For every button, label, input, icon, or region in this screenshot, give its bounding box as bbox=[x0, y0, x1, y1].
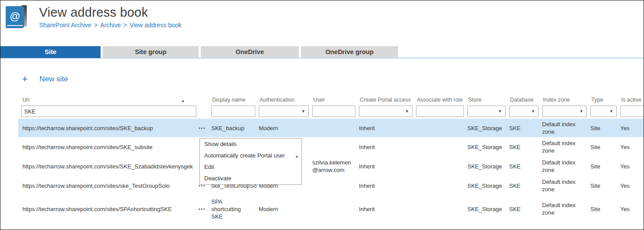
authentication-cell: Modern bbox=[259, 195, 312, 223]
menu-item-edit[interactable]: Edit bbox=[200, 161, 301, 173]
filter-database-dropdown[interactable]: ▼ bbox=[509, 106, 539, 117]
column-header-database[interactable]: Database bbox=[509, 94, 542, 105]
column-header-user[interactable]: User bbox=[312, 94, 359, 105]
dropdown-arrow-icon: ▼ bbox=[498, 109, 502, 113]
new-site-label: New site bbox=[40, 75, 68, 84]
filter-authentication-dropdown[interactable]: ▼ bbox=[259, 106, 309, 117]
menu-item-label: Automatically create Portal user bbox=[204, 152, 285, 159]
filter-url-input[interactable] bbox=[21, 106, 196, 117]
index-zone-cell: Default index zone bbox=[542, 195, 590, 223]
column-header-url[interactable]: Url▲ bbox=[18, 94, 198, 105]
filter-index-zone-dropdown[interactable]: ▼ bbox=[542, 106, 587, 117]
create-portal-access-cell: Inherit bbox=[359, 137, 416, 157]
type-cell: Site bbox=[590, 157, 620, 176]
column-header-type[interactable]: Type bbox=[590, 94, 620, 105]
menu-item-show-details[interactable]: Show details bbox=[200, 139, 301, 150]
column-header-index-zone[interactable]: Index zone bbox=[542, 94, 590, 105]
index-zone-cell: Default index zone bbox=[542, 176, 590, 195]
url-cell: https://techarrow.sharepoint.com/sites/S… bbox=[18, 137, 198, 157]
column-header-actions bbox=[198, 94, 211, 105]
column-header-row: Url▲ Display name Authentication User Cr… bbox=[18, 94, 644, 105]
filter-is-active-input[interactable] bbox=[620, 106, 644, 117]
tab-bar: Site Site group OneDrive OneDrive group bbox=[0, 46, 644, 58]
filter-associate-with-role-input[interactable] bbox=[416, 106, 464, 117]
associate-with-role-cell bbox=[416, 195, 467, 223]
user-cell: szilvia.kelemen@arrow.com bbox=[312, 157, 359, 176]
table-row-ske-subsite[interactable]: https://techarrow.sharepoint.com/sites/S… bbox=[18, 137, 644, 157]
store-cell: SKE_Storage bbox=[467, 157, 509, 176]
database-cell: SKE bbox=[509, 195, 542, 223]
new-site-button[interactable]: + New site bbox=[22, 75, 92, 84]
filter-user-input[interactable] bbox=[312, 106, 355, 117]
breadcrumb-link-view-address-book[interactable]: View address book bbox=[130, 22, 181, 29]
breadcrumb-link-sharepoint-archive[interactable]: SharePoint Archive bbox=[39, 22, 91, 29]
row-actions-button[interactable] bbox=[198, 147, 199, 149]
store-cell: SKE_Storage bbox=[467, 119, 509, 137]
type-cell: Site bbox=[590, 119, 620, 137]
is-active-cell: Yes bbox=[620, 119, 644, 137]
user-cell bbox=[312, 119, 359, 137]
filter-create-portal-access-dropdown[interactable]: ▼ bbox=[359, 106, 412, 117]
table-row-ske-backup[interactable]: https://techarrow.sharepoint.com/sites/S… bbox=[18, 119, 644, 137]
user-cell bbox=[312, 176, 359, 195]
column-header-create-portal-access[interactable]: Create Portal access bbox=[359, 94, 416, 105]
submenu-arrow-icon: ▸ bbox=[296, 153, 298, 160]
type-cell: Site bbox=[590, 137, 620, 157]
breadcrumb-link-archive[interactable]: Archive bbox=[100, 22, 121, 29]
plus-icon: + bbox=[22, 75, 28, 84]
filter-store-dropdown[interactable]: ▼ bbox=[467, 106, 506, 117]
column-label: Url bbox=[22, 97, 29, 103]
menu-item-automatically-create-portal-user[interactable]: Automatically create Portal user▸ bbox=[200, 150, 301, 161]
table-row-spashortcuttingske[interactable]: https://techarrow.sharepoint.com/sites/S… bbox=[18, 195, 644, 223]
address-book-icon: @ bbox=[5, 4, 29, 29]
tab-site-group[interactable]: Site group bbox=[103, 46, 199, 58]
filter-row: ▼ ▼ ▼ ▼ ▼ ▼ bbox=[18, 105, 644, 119]
is-active-cell: Yes bbox=[620, 176, 644, 195]
menu-item-deactivate[interactable]: Deactivate bbox=[200, 173, 301, 184]
page-title: View address book bbox=[39, 5, 181, 20]
page-header: @ View address book SharePoint Archive>A… bbox=[0, 0, 644, 42]
column-header-display-name[interactable]: Display name bbox=[211, 94, 259, 105]
filter-display-name-input[interactable] bbox=[211, 106, 255, 117]
index-zone-cell: Default index zone bbox=[542, 119, 590, 137]
column-header-associate-with-role[interactable]: Associate with role bbox=[416, 94, 467, 105]
row-actions-button[interactable]: ••• bbox=[198, 124, 206, 133]
associate-with-role-cell bbox=[416, 176, 467, 195]
display-name-cell: SKE_backup bbox=[211, 119, 259, 137]
store-cell: SKE_Storage bbox=[467, 137, 509, 157]
row-actions-button[interactable] bbox=[198, 167, 199, 168]
column-header-store[interactable]: Store bbox=[467, 94, 509, 105]
breadcrumb: SharePoint Archive>Archive>View address … bbox=[39, 22, 181, 29]
create-portal-access-cell: Inherit bbox=[359, 176, 416, 195]
dropdown-arrow-icon: ▼ bbox=[301, 109, 305, 113]
column-header-is-active[interactable]: Is active bbox=[620, 94, 644, 105]
column-header-authentication[interactable]: Authentication bbox=[259, 94, 312, 105]
store-cell: SKE_Storage bbox=[467, 176, 509, 195]
row-actions-button[interactable]: ••• bbox=[198, 204, 206, 214]
url-cell: https://techarrow.sharepoint.com/sites/s… bbox=[18, 176, 198, 195]
type-cell: Site bbox=[590, 176, 620, 195]
store-cell: SKE_Storage bbox=[467, 195, 509, 223]
table-row-ske-testgroupsolo[interactable]: https://techarrow.sharepoint.com/sites/s… bbox=[18, 176, 644, 195]
filter-type-dropdown[interactable]: ▼ bbox=[590, 106, 617, 117]
dropdown-arrow-icon: ▼ bbox=[609, 109, 613, 113]
is-active-cell: Yes bbox=[620, 157, 644, 176]
associate-with-role-cell bbox=[416, 157, 467, 176]
create-portal-access-cell: Inherit bbox=[359, 195, 416, 223]
table-row-ske-szabadidstevkenysgek[interactable]: https://techarrow.sharepoint.com/sites/S… bbox=[18, 157, 644, 176]
tab-onedrive-group[interactable]: OneDrive group bbox=[301, 46, 398, 58]
tab-site[interactable]: Site bbox=[0, 46, 101, 58]
dropdown-arrow-icon: ▼ bbox=[579, 109, 583, 113]
url-cell: https://techarrow.sharepoint.com/sites/S… bbox=[18, 157, 198, 176]
url-cell: https://techarrow.sharepoint.com/sites/S… bbox=[18, 195, 198, 223]
url-cell: https://techarrow.sharepoint.com/sites/S… bbox=[18, 119, 198, 137]
view-address-book-page: @ View address book SharePoint Archive>A… bbox=[0, 0, 644, 230]
create-portal-access-cell: Inherit bbox=[359, 157, 416, 176]
row-context-menu: Show details Automatically create Portal… bbox=[199, 138, 302, 185]
is-active-cell: Yes bbox=[620, 137, 644, 157]
database-cell: SKE bbox=[509, 119, 542, 137]
database-cell: SKE bbox=[509, 176, 542, 195]
dropdown-arrow-icon: ▼ bbox=[531, 109, 535, 113]
tab-onedrive[interactable]: OneDrive bbox=[201, 46, 299, 58]
breadcrumb-separator: > bbox=[123, 22, 127, 29]
